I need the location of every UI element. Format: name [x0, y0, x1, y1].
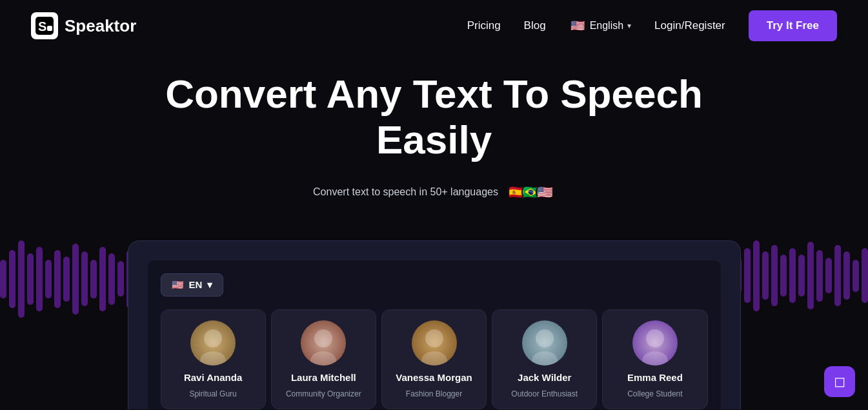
flags-cluster: 🇪🇸 🇧🇷 🇺🇸	[507, 182, 555, 202]
language-label: English	[590, 20, 623, 32]
wave-bar	[780, 255, 787, 297]
avatar-ravi	[190, 320, 236, 366]
wave-bar	[771, 245, 778, 306]
nav-pricing[interactable]: Pricing	[467, 19, 501, 32]
voice-card-ravi[interactable]: Ravi AnandaSpiritual Guru	[161, 309, 266, 409]
chevron-down-icon: ▾	[627, 21, 631, 30]
voice-card-jack[interactable]: Jack WilderOutdoor Enthusiast	[492, 309, 597, 409]
logo-text: Speaktor	[65, 16, 136, 36]
lang-badge-flag: 🇺🇸	[172, 279, 184, 291]
nav-blog[interactable]: Blog	[524, 19, 546, 32]
wave-bar	[45, 260, 52, 298]
wave-bar	[789, 248, 796, 303]
wave-bar	[853, 260, 859, 292]
wave-bar	[108, 253, 115, 305]
svg-rect-2	[47, 26, 52, 31]
avatar-vanessa	[412, 320, 457, 366]
voice-name-vanessa: Vanessa Morgan	[396, 372, 472, 383]
wave-bar	[807, 242, 814, 309]
lang-badge-chevron: ▾	[207, 279, 212, 291]
wave-bar	[90, 260, 97, 298]
svg-point-13	[536, 329, 554, 347]
wave-bar	[843, 251, 850, 300]
wave-bar	[798, 255, 805, 297]
voice-role-emma: College Student	[627, 389, 682, 398]
voice-role-ravi: Spiritual Guru	[189, 389, 236, 398]
lang-badge-label: EN	[189, 279, 203, 290]
voice-name-emma: Emma Reed	[627, 372, 683, 383]
voice-card-vanessa[interactable]: Vanessa MorganFashion Blogger	[381, 309, 487, 409]
chat-icon: ◻	[834, 373, 845, 390]
voice-name-ravi: Ravi Ananda	[184, 372, 242, 383]
wave-bar	[753, 240, 760, 311]
wave-bar	[862, 248, 868, 303]
waveform-section: 🇺🇸 EN ▾ Ravi AnandaSpiritual Guru Laura …	[0, 240, 868, 409]
language-selector[interactable]: 🇺🇸 English ▾	[569, 17, 631, 34]
wave-bar	[72, 244, 79, 315]
voice-cards: Ravi AnandaSpiritual Guru Laura Mitchell…	[161, 309, 708, 409]
device-mock: 🇺🇸 EN ▾ Ravi AnandaSpiritual Guru Laura …	[128, 240, 741, 409]
wave-right	[735, 240, 868, 311]
wave-bar	[834, 245, 841, 306]
avatar-emma	[632, 320, 678, 366]
try-it-free-button[interactable]: Try It Free	[749, 10, 837, 41]
device-inner: 🇺🇸 EN ▾ Ravi AnandaSpiritual Guru Laura …	[148, 260, 721, 409]
wave-left	[0, 240, 133, 318]
hero-subtitle-row: Convert text to speech in 50+ languages …	[13, 182, 855, 202]
wave-bar	[18, 240, 25, 318]
wave-bar	[27, 253, 34, 305]
logo[interactable]: S Speaktor	[31, 12, 136, 39]
wave-bar	[825, 258, 832, 293]
wave-bar	[816, 250, 823, 302]
navbar: S Speaktor Pricing Blog 🇺🇸 English ▾ Log…	[0, 0, 868, 52]
wave-bar	[744, 248, 751, 303]
language-flag: 🇺🇸	[569, 17, 586, 34]
wave-bar	[81, 251, 88, 306]
voice-role-laura: Community Organizer	[286, 389, 361, 398]
logo-icon: S	[31, 12, 58, 39]
wave-bar	[63, 257, 70, 302]
wave-bar	[0, 260, 6, 298]
wave-bar	[762, 251, 769, 300]
wave-bar	[99, 247, 106, 311]
voice-role-jack: Outdoor Enthusiast	[511, 389, 578, 398]
svg-point-10	[425, 329, 443, 347]
flag-us: 🇺🇸	[536, 182, 555, 202]
wave-bar	[9, 250, 15, 308]
svg-text:S: S	[38, 19, 46, 34]
wave-bar	[117, 261, 124, 297]
nav-links: Pricing Blog 🇺🇸 English ▾ Login/Register…	[467, 10, 837, 41]
svg-point-4	[204, 329, 222, 347]
voice-name-laura: Laura Mitchell	[291, 372, 356, 383]
voice-card-emma[interactable]: Emma ReedCollege Student	[602, 309, 707, 409]
lang-badge[interactable]: 🇺🇸 EN ▾	[161, 273, 224, 297]
login-register-link[interactable]: Login/Register	[654, 19, 725, 32]
avatar-jack	[522, 320, 567, 366]
chat-button[interactable]: ◻	[824, 366, 855, 397]
svg-point-7	[314, 329, 332, 347]
voice-role-vanessa: Fashion Blogger	[406, 389, 462, 398]
hero-section: Convert Any Text To Speech Easily Conver…	[0, 52, 868, 240]
avatar-laura	[301, 320, 346, 366]
wave-bar	[36, 247, 43, 311]
wave-bar	[54, 250, 61, 308]
svg-point-16	[646, 329, 664, 347]
voice-name-jack: Jack Wilder	[518, 372, 571, 383]
hero-headline: Convert Any Text To Speech Easily	[144, 71, 725, 163]
voice-card-laura[interactable]: Laura MitchellCommunity Organizer	[271, 309, 376, 409]
hero-subtitle-text: Convert text to speech in 50+ languages	[313, 186, 498, 198]
